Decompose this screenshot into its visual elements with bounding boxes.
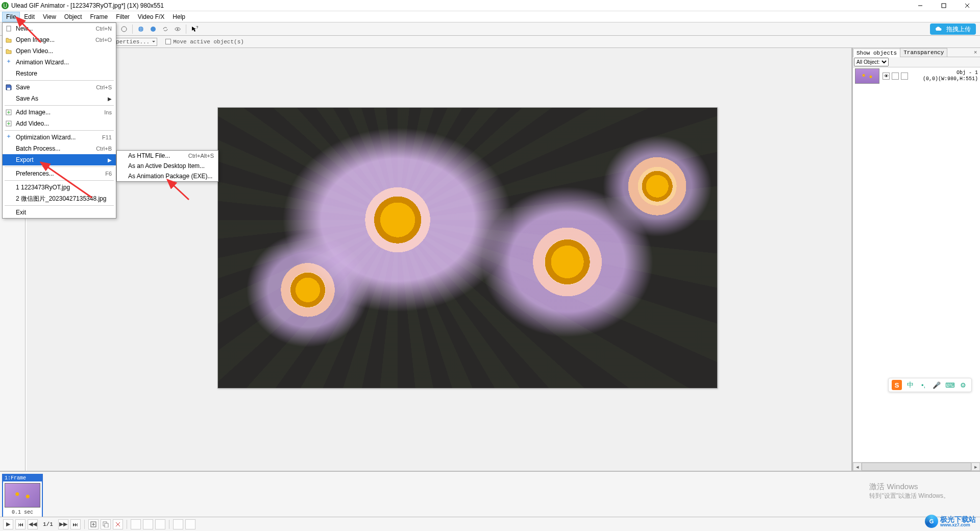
file-menu-item[interactable]: Preferences...F6 <box>3 168 116 179</box>
file-menu-item[interactable]: Add Video... <box>3 118 116 129</box>
frame-opt4-button[interactable] <box>173 519 183 529</box>
file-menu-item[interactable]: Animation Wizard... <box>3 57 116 68</box>
visibility-icon[interactable]: 👁 <box>883 73 890 80</box>
filter-btn-4[interactable] <box>952 58 961 66</box>
file-menu-item[interactable]: 2 微信图片_20230427135348.jpg <box>3 193 116 204</box>
scroll-left-icon[interactable]: ◂ <box>853 463 862 471</box>
ime-lang-icon[interactable]: 中 <box>905 380 915 390</box>
frame-image <box>5 483 40 508</box>
first-frame-button[interactable]: ⏮ <box>15 519 26 529</box>
menu-item-label: New... <box>16 25 93 32</box>
ime-voice-icon[interactable]: 🎤 <box>932 380 942 390</box>
menu-object[interactable]: Object <box>60 12 86 22</box>
ime-keyboard-icon[interactable]: ⌨ <box>945 380 955 390</box>
cloud-icon <box>933 24 943 34</box>
export-submenu-item[interactable]: As Animation Package (EXE)... <box>117 171 218 181</box>
scroll-right-icon[interactable]: ▸ <box>971 463 980 471</box>
tab-show-objects[interactable]: Show objects <box>853 49 900 57</box>
del-frame-button[interactable] <box>113 519 123 529</box>
submenu-arrow-icon: ▶ <box>108 157 112 163</box>
image-content <box>218 108 717 388</box>
file-menu-item[interactable]: SaveCtrl+S <box>3 82 116 93</box>
site-watermark: G 极光下载站 www.xz7.com <box>925 515 976 528</box>
file-menu-item[interactable]: Open Image...Ctrl+O <box>3 34 116 45</box>
dup-frame-button[interactable] <box>101 519 111 529</box>
menu-item-label: Preferences... <box>16 170 102 177</box>
file-menu-item[interactable]: Add Image...Ins <box>3 107 116 118</box>
next-frame-button[interactable]: ▶▶ <box>58 519 68 529</box>
last-frame-button[interactable]: ⏭ <box>70 519 81 529</box>
ime-floating-bar[interactable]: S 中 •, 🎤 ⌨ ⚙ <box>888 378 972 392</box>
tool-4-icon[interactable] <box>118 23 130 35</box>
panel-hscroll[interactable]: ◂ ▸ <box>853 462 980 471</box>
svg-text:?: ? <box>196 26 198 30</box>
menu-item-accel: F6 <box>105 171 112 177</box>
image-canvas[interactable] <box>217 107 718 389</box>
file-menu-item[interactable]: Restore <box>3 68 116 79</box>
close-button[interactable] <box>955 0 979 11</box>
file-menu-item[interactable]: Exit <box>3 207 116 218</box>
object-filter-select[interactable]: All Object: <box>854 58 889 66</box>
ime-punct-icon[interactable]: •, <box>918 380 928 390</box>
sync-icon[interactable] <box>160 23 171 35</box>
site-logo-icon: G <box>925 515 938 528</box>
menu-frame[interactable]: Frame <box>86 12 112 22</box>
blank-icon <box>5 156 13 164</box>
globe2-icon[interactable] <box>148 23 159 35</box>
panel-close-icon[interactable]: × <box>971 48 980 57</box>
file-menu-item[interactable]: Open Video... <box>3 45 116 57</box>
object-coords: (0,0)(W:980,H:551) <box>923 76 978 82</box>
frame-header: 1:Frame <box>3 475 42 481</box>
submenu-item-label: As an Active Desktop Item... <box>128 162 214 170</box>
filter-btn-1[interactable] <box>890 58 898 66</box>
object-row[interactable]: 👁 Obj - 1 (0,0)(W:980,H:551) <box>853 67 980 85</box>
menu-view[interactable]: View <box>39 12 60 22</box>
frame-duration: 0.1 sec <box>3 509 42 517</box>
move-active-checkbox[interactable] <box>165 39 171 44</box>
frame-opt1-button[interactable] <box>131 519 141 529</box>
eye-icon[interactable] <box>172 23 183 35</box>
play-button[interactable]: ▶ <box>3 519 13 529</box>
menu-help[interactable]: Help <box>168 12 189 22</box>
export-submenu-item[interactable]: As HTML File...Ctrl+Alt+S <box>117 151 218 161</box>
menu-videofx[interactable]: Video F/X <box>134 12 168 22</box>
globe-icon[interactable] <box>135 23 146 35</box>
canvas-background[interactable] <box>27 48 851 471</box>
frame-thumbnail[interactable]: 1:Frame 0.1 sec <box>2 474 43 518</box>
frame-opt3-button[interactable] <box>155 519 165 529</box>
help-pointer-icon[interactable]: ? <box>189 23 200 35</box>
blank-icon <box>5 195 13 203</box>
ime-sogou-icon[interactable]: S <box>892 380 902 390</box>
maximize-button[interactable] <box>932 0 955 11</box>
submenu-arrow-icon: ▶ <box>108 96 112 102</box>
filter-btn-2[interactable] <box>899 58 907 66</box>
file-menu-item[interactable]: Save As▶ <box>3 93 116 104</box>
frame-opt5-button[interactable] <box>185 519 195 529</box>
filter-btn-3[interactable] <box>943 58 951 66</box>
menu-file[interactable]: File <box>2 12 20 22</box>
filter-btn-6[interactable] <box>971 58 979 66</box>
filter-btn-5[interactable] <box>962 58 970 66</box>
frame-opt2-button[interactable] <box>143 519 153 529</box>
link-icon[interactable] <box>901 73 908 80</box>
file-menu-item[interactable]: New...Ctrl+N <box>3 23 116 34</box>
menu-item-label: Save As <box>16 95 105 102</box>
minimize-button[interactable] <box>909 0 932 11</box>
lock-icon[interactable] <box>892 73 899 80</box>
file-menu-item[interactable]: 1 1223473RyOT.jpg <box>3 182 116 193</box>
add-frame-button[interactable] <box>88 519 99 529</box>
menu-item-label: Animation Wizard... <box>16 59 112 66</box>
blank-icon <box>5 208 13 216</box>
file-menu-item[interactable]: Optimization Wizard...F11 <box>3 132 116 143</box>
file-menu-item[interactable]: Export▶ <box>3 154 116 165</box>
cloud-upload-button[interactable]: 拖拽上传 <box>930 23 976 35</box>
ime-settings-icon[interactable]: ⚙ <box>958 380 968 390</box>
file-menu-item[interactable]: Batch Process...Ctrl+B <box>3 143 116 154</box>
menu-filter[interactable]: Filter <box>112 12 134 22</box>
prev-frame-button[interactable]: ◀◀ <box>28 519 38 529</box>
menu-edit[interactable]: Edit <box>20 12 39 22</box>
menu-item-label: Save <box>16 84 93 91</box>
add-video-icon <box>5 119 13 128</box>
export-submenu-item[interactable]: As an Active Desktop Item... <box>117 161 218 171</box>
tab-transparency[interactable]: Transparency <box>900 48 947 57</box>
